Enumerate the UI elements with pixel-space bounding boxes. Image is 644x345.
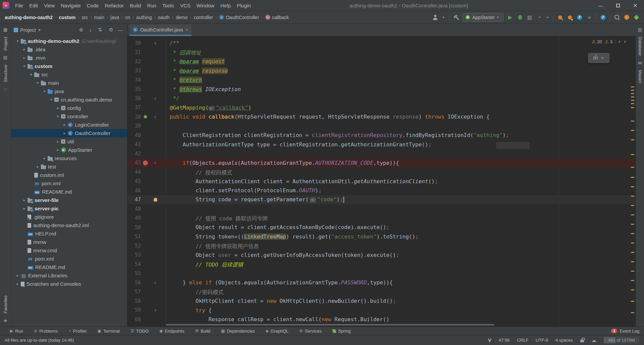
tree-item[interactable]: ▸server-file: [11, 196, 127, 204]
code-line[interactable]: 49 // 使用 code 换取访问令牌: [127, 214, 636, 223]
code-line[interactable]: 51 String token=((LinkedTreeMap) result)…: [127, 232, 636, 242]
toolwindow-services[interactable]: ⚙Services: [299, 329, 322, 334]
code-line[interactable]: 44 // 授权码模式: [127, 167, 636, 177]
code-line[interactable]: 59∨ try {: [127, 306, 636, 315]
sidebar-item-favorites[interactable]: Favorites: [3, 295, 8, 313]
tree-item[interactable]: mpom.xml: [11, 255, 127, 263]
fold-marker-icon[interactable]: ∧: [150, 280, 161, 285]
code-line[interactable]: 54 // TODO 后续逻辑: [127, 260, 636, 269]
toolwindow-build[interactable]: ⚒Build: [195, 329, 210, 334]
toolwindow-event-log[interactable]: 4Event Log: [611, 329, 639, 334]
warning-stripe-mark[interactable]: [631, 271, 634, 272]
profile-cpu-icon[interactable]: [557, 14, 563, 20]
tree-item[interactable]: ▸COauthController: [11, 129, 127, 137]
menu-item-file[interactable]: File: [12, 3, 26, 8]
tree-item[interactable]: mpom.xml: [11, 179, 127, 188]
tree-arrow-icon[interactable]: ▸: [21, 206, 28, 211]
user-icon[interactable]: [432, 14, 438, 20]
breadcrumb-item[interactable]: authing-demo-oauth2: [5, 15, 53, 20]
code-line[interactable]: 41 AuthorizationGrantType type = clientR…: [127, 140, 636, 149]
tree-item[interactable]: mvnw: [11, 238, 127, 246]
tree-arrow-icon[interactable]: ▸: [55, 139, 61, 144]
code-line[interactable]: 34 * @return: [127, 75, 636, 85]
tree-item[interactable]: authing-demo-oauth2.iml: [11, 221, 127, 229]
sidebar-item-database[interactable]: Database: [638, 37, 643, 56]
close-icon[interactable]: ✕: [601, 56, 604, 60]
warning-stripe-mark[interactable]: [631, 214, 634, 215]
breadcrumb-item[interactable]: custom: [59, 15, 75, 20]
code-line[interactable]: 42: [127, 149, 636, 158]
tree-item[interactable]: ▸▤External Libraries: [11, 271, 127, 280]
tree-item[interactable]: MDREADME.md: [11, 263, 127, 271]
tree-item[interactable]: custom.iml: [11, 171, 127, 179]
code-line[interactable]: 57 //密码模式: [127, 287, 636, 297]
code-line[interactable]: 37@GetMapping(⊕˅"callback"): [127, 103, 636, 113]
minimize-button[interactable]: —: [592, 0, 609, 11]
tree-arrow-icon[interactable]: ▾: [41, 89, 48, 93]
tree-item[interactable]: ▸test: [11, 162, 127, 171]
fold-marker-icon[interactable]: ∨: [150, 41, 161, 46]
indent-style[interactable]: 4 spaces: [555, 338, 573, 343]
warning-stripe-mark[interactable]: [631, 139, 634, 140]
fold-marker-icon[interactable]: ∨: [150, 115, 161, 119]
tree-item[interactable]: ▾src: [11, 70, 127, 79]
search-everywhere-button[interactable]: [614, 14, 620, 20]
code-line[interactable]: 31 * 回调地址: [127, 48, 636, 57]
code-line[interactable]: 50 Object result = client.getAccessToken…: [127, 223, 636, 232]
spring-bean-icon[interactable]: [144, 115, 147, 119]
gauge-icon[interactable]: [600, 14, 606, 20]
breakpoint-icon[interactable]: [143, 160, 148, 165]
warning-stripe-mark[interactable]: [631, 312, 634, 313]
breadcrumb-item[interactable]: main: [94, 15, 104, 20]
tree-arrow-icon[interactable]: ▸: [21, 47, 28, 52]
menu-item-refactor[interactable]: Refactor: [102, 3, 127, 8]
warning-stripe-mark[interactable]: [631, 93, 634, 94]
warning-stripe-mark[interactable]: [631, 121, 634, 122]
toolwindow-run[interactable]: ▶Run: [10, 329, 23, 334]
tree-arrow-icon[interactable]: ▸: [14, 282, 21, 286]
tree-arrow-icon[interactable]: ▸: [21, 198, 28, 202]
menu-item-edit[interactable]: Edit: [26, 3, 41, 8]
warning-stripe-mark[interactable]: [631, 205, 634, 206]
code-line[interactable]: 56∧ } else if (Objects.equals(Authorizat…: [127, 278, 636, 287]
tree-arrow-icon[interactable]: ▾: [35, 81, 41, 85]
menu-item-code[interactable]: Code: [84, 3, 102, 8]
tree-item[interactable]: ▸.mvn: [11, 54, 127, 62]
tree-item[interactable]: ▸util: [11, 137, 127, 146]
code-line[interactable]: 53 Object user = client.getUserInfoByAcc…: [127, 251, 636, 260]
tree-item[interactable]: ▸.idea: [11, 45, 127, 54]
tree-item[interactable]: ▾main: [11, 79, 127, 87]
warning-stripe-mark[interactable]: [631, 233, 634, 234]
warning-stripe-mark[interactable]: [631, 103, 634, 104]
menu-item-plugin[interactable]: Plugin: [234, 3, 254, 8]
tree-arrow-icon[interactable]: ▸: [14, 273, 21, 278]
intention-bulb-icon[interactable]: [154, 198, 157, 202]
chevron-down-icon[interactable]: ▼: [38, 28, 41, 32]
warning-stripe-mark[interactable]: [631, 301, 634, 302]
readonly-lock-icon[interactable]: [580, 340, 584, 342]
tree-item[interactable]: ▸resources: [11, 154, 127, 162]
tab-oauthcontroller[interactable]: C OauthController.java ×: [129, 24, 192, 36]
inspections-widget[interactable]: ⚠ 20 ⚠ 3 ∧ ∨: [592, 39, 626, 44]
breadcrumb-item[interactable]: COauthController: [219, 15, 259, 20]
horizontal-scrollbar[interactable]: [166, 324, 494, 326]
warning-stripe-mark[interactable]: [631, 96, 634, 97]
menu-item-window[interactable]: Window: [194, 3, 217, 8]
tree-item[interactable]: ▸▶AppStarter: [11, 146, 127, 154]
toolwindow-endpoints[interactable]: ◉Endpoints: [159, 329, 184, 334]
settings-gear-icon[interactable]: ⚙: [107, 27, 115, 33]
code-line[interactable]: 46 client.setProtocol(ProtocolEnum.OAUTH…: [127, 186, 636, 195]
toolwindow-spring[interactable]: Spring: [332, 329, 351, 334]
tree-arrow-icon[interactable]: ▸: [41, 156, 48, 160]
sidebar-item-structure[interactable]: Structure: [3, 65, 8, 82]
code-line[interactable]: 32 * @param request: [127, 57, 636, 66]
memory-indicator[interactable]: 481 of 1979M: [604, 337, 639, 343]
code-line[interactable]: 58 OkHttpClient client = new OkHttpClien…: [127, 296, 636, 306]
chevron-down-icon[interactable]: ▾: [442, 14, 445, 20]
warning-stripe-mark[interactable]: [631, 224, 634, 225]
code-line[interactable]: 43∨ if(Objects.equals(AuthorizationGrant…: [127, 158, 636, 168]
tree-arrow-icon[interactable]: ▾: [14, 39, 21, 43]
tree-item[interactable]: ▸Scratches and Consoles: [11, 280, 127, 288]
warning-stripe-mark[interactable]: [631, 167, 634, 168]
breadcrumb-item[interactable]: authing: [136, 15, 152, 20]
